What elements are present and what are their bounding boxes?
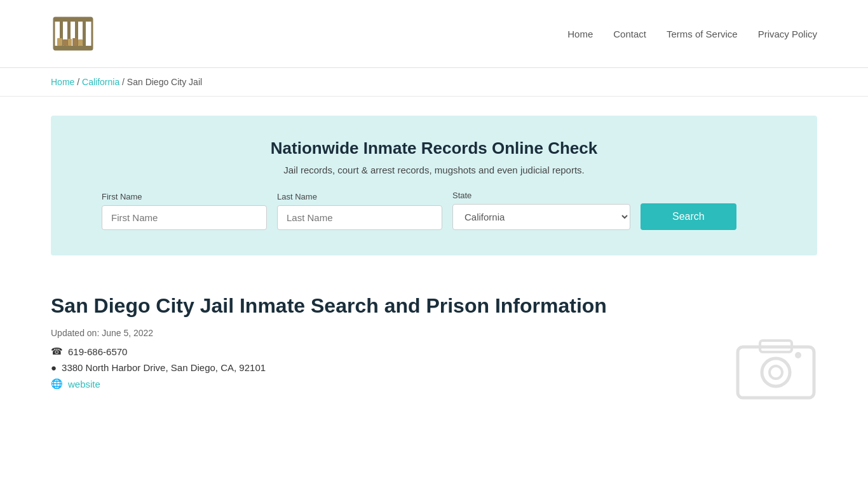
nav-terms[interactable]: Terms of Service <box>667 29 738 39</box>
phone-number: 619-686-6570 <box>68 346 127 357</box>
svg-point-15 <box>770 366 782 379</box>
globe-icon: 🌐 <box>51 378 63 390</box>
phone-line: ☎ 619-686-6570 <box>51 346 817 357</box>
search-banner: Nationwide Inmate Records Online Check J… <box>51 116 817 255</box>
last-name-group: Last Name <box>277 192 442 230</box>
state-group: State California Alabama Alaska Arizona … <box>452 191 630 230</box>
svg-rect-6 <box>83 18 86 50</box>
logo[interactable] <box>51 11 95 56</box>
page-title: San Diego City Jail Inmate Search and Pr… <box>51 294 817 318</box>
search-banner-title: Nationwide Inmate Records Online Check <box>102 139 766 158</box>
svg-rect-8 <box>63 39 67 46</box>
svg-rect-9 <box>68 39 72 46</box>
website-link[interactable]: website <box>68 379 100 390</box>
breadcrumb-separator-1: / <box>77 77 82 87</box>
state-label: State <box>452 191 630 200</box>
last-name-input[interactable] <box>277 205 442 230</box>
updated-date: Updated on: June 5, 2022 <box>51 328 817 338</box>
breadcrumb: Home / California / San Diego City Jail <box>0 68 868 97</box>
search-banner-subtitle: Jail records, court & arrest records, mu… <box>102 165 766 175</box>
breadcrumb-separator-2: / <box>122 77 127 87</box>
svg-point-16 <box>795 352 801 358</box>
address-text: 3380 North Harbor Drive, San Diego, CA, … <box>62 362 266 373</box>
breadcrumb-current: San Diego City Jail <box>127 77 202 87</box>
state-select[interactable]: California Alabama Alaska Arizona Texas … <box>452 204 630 230</box>
camera-placeholder <box>735 331 817 401</box>
jail-logo-icon <box>51 11 95 56</box>
first-name-group: First Name <box>102 192 267 230</box>
website-line: 🌐 website <box>51 378 817 390</box>
svg-rect-11 <box>78 39 83 46</box>
svg-point-14 <box>762 358 790 386</box>
breadcrumb-home[interactable]: Home <box>51 77 74 87</box>
phone-icon: ☎ <box>51 346 63 357</box>
search-button[interactable]: Search <box>641 203 736 230</box>
breadcrumb-state[interactable]: California <box>82 77 119 87</box>
camera-icon <box>735 331 817 401</box>
first-name-label: First Name <box>102 192 267 201</box>
nav-contact[interactable]: Contact <box>613 29 646 39</box>
nav-privacy[interactable]: Privacy Policy <box>758 29 817 39</box>
svg-rect-10 <box>72 38 78 46</box>
location-icon: ● <box>51 362 57 373</box>
svg-rect-7 <box>57 38 62 46</box>
last-name-label: Last Name <box>277 192 442 201</box>
header: Home Contact Terms of Service Privacy Po… <box>0 0 868 68</box>
main-wrapper: San Diego City Jail Inmate Search and Pr… <box>0 274 868 420</box>
svg-rect-12 <box>738 347 814 398</box>
address-line: ● 3380 North Harbor Drive, San Diego, CA… <box>51 362 817 373</box>
first-name-input[interactable] <box>102 205 267 230</box>
search-form: First Name Last Name State California Al… <box>102 191 766 230</box>
main-nav: Home Contact Terms of Service Privacy Po… <box>567 29 817 39</box>
nav-home[interactable]: Home <box>567 29 593 39</box>
